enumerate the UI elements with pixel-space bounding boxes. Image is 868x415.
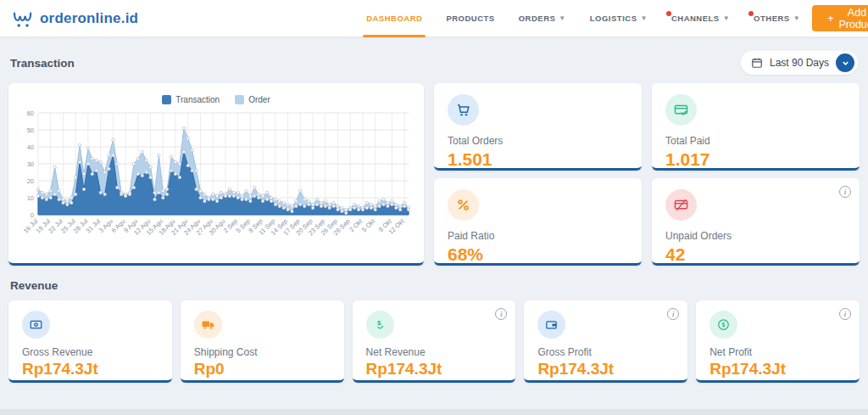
percent-icon [448, 189, 479, 221]
transaction-section-title: Transaction [10, 57, 75, 70]
svg-text:$: $ [722, 322, 726, 328]
dashboard-main: Transaction Last 90 Days Transaction [0, 37, 868, 383]
truck-icon [194, 311, 222, 339]
nav-channels[interactable]: CHANNELS ▼ [659, 0, 742, 37]
info-icon[interactable]: i [667, 308, 679, 320]
brand-logo[interactable]: orderonline.id [12, 8, 138, 29]
stat-label: Paid Ratio [448, 230, 628, 242]
stat-label: Shipping Cost [194, 346, 331, 358]
brand-name: orderonline.id [40, 10, 138, 27]
rev-card-net-revenue: i $ Net Revenue Rp174.3Jt [353, 300, 516, 383]
top-navbar: orderonline.id DASHBOARD PRODUCTS ORDERS… [0, 0, 868, 37]
nav-others-label: OTHERS [754, 14, 790, 23]
date-range-label: Last 90 Days [770, 57, 829, 69]
rev-card-net-profit: i $ Net Profit Rp174.3Jt [696, 300, 860, 383]
footer-strip [0, 409, 868, 415]
legend-swatch-transaction [162, 95, 171, 104]
svg-text:10: 10 [27, 194, 34, 202]
stat-label: Total Orders [448, 135, 628, 147]
transaction-section: Transaction Last 90 Days Transaction [8, 51, 860, 266]
nav-products[interactable]: PRODUCTS [434, 0, 506, 37]
nav-dashboard[interactable]: DASHBOARD [354, 0, 434, 37]
info-icon[interactable]: i [495, 308, 507, 320]
stat-card-total-orders: Total Orders 1.501 [434, 83, 642, 171]
nav-others[interactable]: OTHERS ▼ [742, 0, 812, 37]
navbar-actions: + Add Product ▼ [812, 5, 868, 31]
wallet-icon [537, 311, 565, 339]
svg-text:$: $ [377, 319, 381, 327]
rev-card-shipping-cost: Shipping Cost Rp0 [181, 300, 344, 383]
calendar-icon [751, 57, 763, 69]
legend-swatch-order [235, 95, 244, 104]
nav-logistics[interactable]: LOGISTICS ▼ [578, 0, 659, 37]
stat-label: Net Revenue [366, 346, 503, 358]
chevron-down-icon: ▼ [723, 14, 730, 22]
stat-card-unpaid-orders: i Unpaid Orders 42 [652, 178, 860, 266]
stat-value: Rp174.3Jt [537, 360, 674, 379]
notification-dot [666, 11, 671, 16]
stat-card-paid-ratio: Paid Ratio 68% [434, 178, 642, 266]
stat-card-total-paid: Total Paid 1.017 [652, 83, 860, 171]
chevron-down-icon [836, 53, 854, 72]
revenue-section: Revenue Gross Revenue Rp174.3Jt [8, 279, 860, 383]
stat-value: Rp174.3Jt [22, 360, 159, 379]
stat-value: Rp174.3Jt [366, 360, 503, 379]
svg-text:30: 30 [27, 160, 34, 168]
stat-value: Rp174.3Jt [709, 360, 846, 379]
add-product-label: Add Product [838, 7, 868, 31]
card-slash-icon [665, 189, 697, 221]
add-product-button[interactable]: + Add Product [812, 5, 868, 31]
svg-text:20: 20 [27, 177, 34, 185]
stat-value: 1.501 [448, 149, 628, 170]
stat-label: Net Profit [709, 346, 846, 358]
stat-value: 68% [448, 244, 628, 265]
chart-legend: Transaction Order [15, 90, 417, 106]
transaction-order-chart: 010203040506016 Jul19 Jul22 Jul25 Jul28 … [15, 106, 414, 257]
transaction-chart-card: Transaction Order 010203040506016 Jul19 … [8, 83, 424, 266]
rev-card-gross-revenue: Gross Revenue Rp174.3Jt [8, 300, 172, 383]
chevron-down-icon: ▼ [793, 14, 800, 22]
rev-card-gross-profit: i Gross Profit Rp174.3Jt [524, 300, 687, 383]
date-range-filter[interactable]: Last 90 Days [741, 51, 858, 75]
stat-value: 1.017 [665, 149, 846, 170]
card-check-icon [665, 94, 697, 126]
info-icon[interactable]: i [839, 186, 851, 198]
chevron-down-icon: ▼ [559, 14, 565, 22]
svg-text:5 Okt: 5 Okt [360, 216, 377, 233]
cart-logo-icon [12, 8, 34, 29]
dollar-circle-icon: $ [709, 311, 737, 339]
legend-transaction: Transaction [162, 95, 220, 104]
nav-orders[interactable]: ORDERS ▼ [507, 0, 578, 37]
legend-transaction-label: Transaction [175, 95, 220, 104]
svg-text:50: 50 [27, 126, 34, 134]
nav-logistics-label: LOGISTICS [590, 14, 637, 23]
nav-orders-label: ORDERS [519, 14, 556, 23]
stat-label: Unpaid Orders [665, 230, 846, 242]
stat-value: 42 [665, 244, 846, 265]
svg-text:40: 40 [27, 143, 34, 151]
stat-label: Gross Revenue [22, 346, 159, 358]
cart-icon [448, 94, 479, 126]
stat-value: Rp0 [194, 360, 331, 379]
main-nav: DASHBOARD PRODUCTS ORDERS ▼ LOGISTICS ▼ … [354, 0, 812, 37]
info-icon[interactable]: i [839, 308, 851, 320]
nav-dashboard-label: DASHBOARD [366, 14, 422, 23]
stat-label: Total Paid [665, 135, 846, 147]
nav-channels-label: CHANNELS [671, 14, 720, 23]
dollar-swoosh-icon: $ [366, 311, 394, 339]
notification-dot [748, 11, 754, 16]
legend-order: Order [235, 95, 270, 104]
nav-products-label: PRODUCTS [446, 14, 494, 23]
plus-icon: + [827, 13, 833, 25]
revenue-section-title: Revenue [10, 279, 58, 292]
banknote-icon [22, 311, 50, 339]
legend-order-label: Order [248, 95, 270, 104]
chevron-down-icon: ▼ [640, 14, 647, 22]
stat-label: Gross Profit [537, 346, 674, 358]
svg-text:60: 60 [27, 109, 34, 117]
